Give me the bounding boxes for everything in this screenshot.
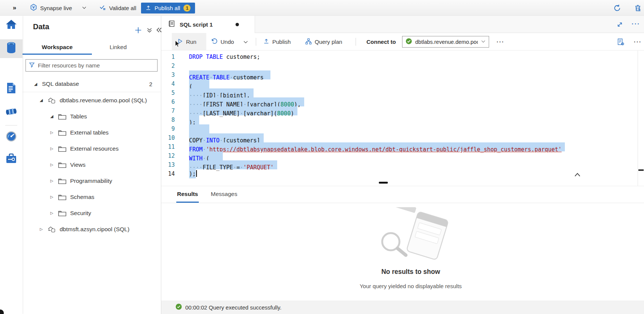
tab-linked[interactable]: Linked: [92, 40, 144, 55]
pipeline-icon: [5, 106, 18, 118]
tree-item-label: External tables: [70, 129, 109, 136]
validate-all-label: Validate all: [109, 5, 136, 11]
collapse-caret-icon[interactable]: ◢: [39, 98, 44, 103]
sidebar-item-monitor[interactable]: [0, 128, 23, 147]
publish-button[interactable]: Publish: [263, 33, 291, 51]
toolbar-far-more-icon[interactable]: ···: [633, 33, 642, 51]
double-chevron-right-icon: »: [13, 4, 15, 12]
expand-caret-icon[interactable]: ▷: [49, 211, 54, 215]
collapse-pane-icon[interactable]: [155, 25, 164, 34]
tab-more-actions-icon[interactable]: ···: [632, 21, 640, 27]
expand-caret-icon[interactable]: ▷: [49, 147, 54, 151]
tree-item-external-resources[interactable]: ▷External resources: [23, 141, 161, 157]
tree-item-external-tables[interactable]: ▷External tables: [23, 124, 161, 141]
selection-highlight: ····[LAST_NAME]·[varchar](8000): [189, 106, 297, 115]
results-tabs: Results Messages: [161, 186, 644, 203]
undo-dropdown-chevron[interactable]: [242, 33, 251, 51]
publish-count-badge: 1: [183, 4, 191, 12]
panel-splitter-handle[interactable]: [379, 182, 388, 184]
collapse-results-chevron-up-icon[interactable]: [574, 172, 581, 178]
selection-highlight: COPY·INTO·[customers]: [189, 133, 264, 142]
tab-messages[interactable]: Messages: [210, 186, 238, 203]
code-line-1[interactable]: DROP TABLE customers;: [189, 52, 565, 61]
publish-all-button[interactable]: Publish all 1: [141, 3, 195, 13]
code-line-11[interactable]: FROM·'https://dbtlabsynapsedatalake.blob…: [189, 142, 565, 151]
tree-item-dbtlabs-revenue-demo-pool-sql[interactable]: ◢dbtlabs.revenue.demo.pool (SQL): [23, 92, 161, 108]
undo-button[interactable]: Undo: [210, 33, 235, 51]
expand-caret-icon[interactable]: ▷: [49, 130, 54, 135]
query-plan-button[interactable]: Query plan: [305, 33, 343, 51]
sidebar-item-integrate[interactable]: [0, 103, 23, 122]
mouse-pointer: [175, 40, 180, 50]
collapse-caret-icon[interactable]: ◢: [49, 114, 54, 119]
tree-item-label: dbtlabs.revenue.demo.pool (SQL): [60, 97, 147, 104]
expand-panel-button[interactable]: »: [13, 0, 15, 16]
code-line-3[interactable]: CREATE·TABLE·customers: [189, 70, 565, 79]
selection-tail: [294, 106, 297, 115]
token-kw: TABLE: [206, 54, 223, 60]
selection-highlight: WITH·(: [189, 151, 223, 160]
expand-editor-icon[interactable]: [616, 21, 623, 30]
line-number: 2: [161, 61, 177, 70]
code-line-2[interactable]: [189, 61, 565, 70]
code-line-5[interactable]: ····[ID]·[bigint],: [189, 88, 565, 97]
document-tabstrip: SQL script 1 ···: [161, 16, 644, 33]
validate-all-button[interactable]: Validate all: [99, 0, 136, 16]
selection-tail: [274, 160, 277, 169]
collapse-sections-icon[interactable]: [145, 25, 154, 34]
collapse-caret-icon[interactable]: ◢: [33, 82, 38, 87]
publish-all-label: Publish all: [155, 5, 180, 11]
rail-divider: [5, 125, 17, 126]
code-area[interactable]: DROP TABLE customers;CREATE·TABLE·custom…: [189, 52, 565, 178]
synapse-live-mode-selector[interactable]: Synapse live: [30, 0, 87, 16]
upload-icon: [146, 5, 151, 12]
filter-resources-input[interactable]: [38, 62, 154, 69]
tab-sql-script-1[interactable]: SQL script 1: [161, 16, 255, 33]
tree-item-label: External resources: [70, 145, 119, 152]
tree-item-security[interactable]: ▷Security: [23, 205, 161, 221]
line-number: 4: [161, 79, 177, 88]
selection-highlight: );: [189, 169, 196, 178]
sidebar-item-data[interactable]: [0, 39, 23, 58]
tree-item-schemas[interactable]: ▷Schemas: [23, 189, 161, 205]
unsaved-changes-dot: [236, 23, 239, 26]
add-resource-button[interactable]: [134, 25, 143, 34]
expand-caret-icon[interactable]: ▷: [49, 195, 54, 199]
tab-results[interactable]: Results: [176, 186, 199, 203]
expand-caret-icon[interactable]: ▷: [49, 179, 54, 183]
toolbar-more-icon[interactable]: ···: [496, 33, 505, 51]
selection-highlight: FROM·'https://dbtlabsynapsedatalake.blob…: [189, 142, 565, 151]
tree-item-dbtmsft-azsyn-cipool-sql[interactable]: ▷dbtmsft.azsyn.cipool (SQL): [23, 221, 161, 237]
refresh-icon[interactable]: [613, 4, 621, 13]
sidebar-item-develop[interactable]: [0, 79, 23, 98]
code-line-9[interactable]: [189, 124, 565, 133]
editor-scrollbar-track[interactable]: [638, 51, 638, 186]
script-properties-icon[interactable]: [616, 33, 625, 51]
code-line-7[interactable]: ····[LAST_NAME]·[varchar](8000): [189, 106, 565, 115]
sidebar-item-home[interactable]: [0, 16, 23, 35]
tree-item-programmability[interactable]: ▷Programmability: [23, 173, 161, 189]
expand-caret-icon[interactable]: ▷: [49, 163, 54, 167]
selection-tail: [209, 151, 223, 160]
tree-item-label: SQL database: [42, 81, 79, 87]
tree-item-views[interactable]: ▷Views: [23, 157, 161, 173]
connect-to-pool-select[interactable]: dbtlabs.revenue.demo.pool: [402, 36, 489, 48]
trash-icon[interactable]: [634, 4, 642, 13]
horizontal-scrollbar-thumb[interactable]: [638, 169, 644, 171]
publish-upload-icon: [263, 38, 269, 45]
expand-caret-icon[interactable]: ▷: [39, 227, 44, 231]
sidebar-item-manage[interactable]: [0, 150, 23, 169]
sql-code-editor[interactable]: 1234567891011121314 DROP TABLE customers…: [161, 51, 638, 186]
tree-item-sql-database[interactable]: ◢SQL database2: [23, 76, 161, 92]
code-line-13[interactable]: ····FILE_TYPE·=·'PARQUET': [189, 160, 565, 169]
token-id: ): [291, 110, 294, 117]
tree-item-tables[interactable]: ◢Tables: [23, 108, 161, 124]
mode-label: Synapse live: [40, 5, 72, 11]
token-strlink: 'https://dbtlabsynapsedatalake.blob.core…: [206, 146, 561, 153]
line-number-gutter: 1234567891011121314: [161, 52, 177, 178]
code-line-6[interactable]: ····[FIRST_NAME]·[varchar](8000),: [189, 97, 565, 106]
code-line-10[interactable]: COPY·INTO·[customers]: [189, 133, 565, 142]
tab-workspace[interactable]: Workspace: [23, 40, 92, 55]
toolbox-icon: [5, 153, 17, 166]
line-number: 11: [161, 142, 177, 151]
